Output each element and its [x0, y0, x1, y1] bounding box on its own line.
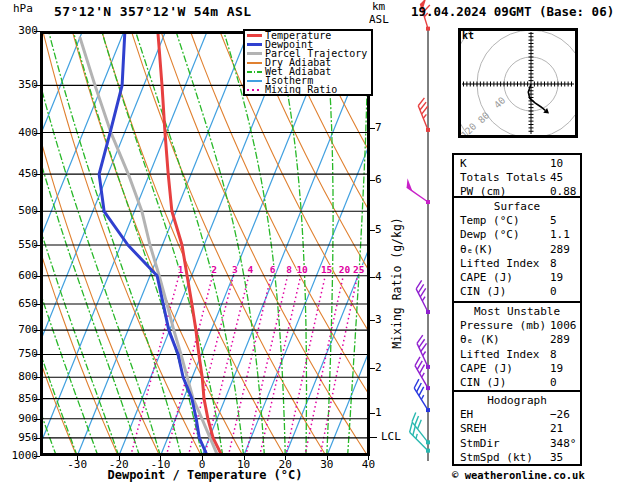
- pressure-tick: [34, 330, 40, 331]
- parcel-trajectory-curve: [80, 38, 218, 456]
- metrics-table-hodograph: HodographEH−26SREH21StmDir348°StmSpd (kt…: [452, 390, 582, 466]
- barb-station-dot: [426, 365, 430, 369]
- pressure-tick: [34, 245, 40, 246]
- km-tick-label: 5: [375, 224, 382, 235]
- metric-value: 8: [550, 348, 557, 362]
- mixing-ratio-value-label: 25: [353, 264, 365, 275]
- metric-row: Dewp (°C)1.1: [454, 228, 580, 242]
- mixing-ratio-value-label: 1: [178, 264, 184, 275]
- metric-label: SREH: [460, 422, 487, 435]
- barb-station-dot: [426, 310, 430, 314]
- pressure-tick: [34, 304, 40, 305]
- metric-label: Dewp (°C): [460, 228, 520, 241]
- barb-station-dot: [426, 408, 430, 412]
- temp-tick-label: 10: [226, 459, 262, 470]
- temp-tick-label: -20: [101, 459, 137, 470]
- barb-station-dot: [426, 200, 430, 204]
- metric-label: CAPE (J): [460, 362, 513, 375]
- barb-full: [412, 413, 416, 422]
- barb-station-dot: [426, 440, 430, 444]
- temp-tick: [119, 456, 120, 460]
- barb-half: [423, 352, 426, 356]
- temp-tick-label: 40: [350, 459, 386, 470]
- metric-value: 289: [550, 243, 570, 257]
- barb-full: [415, 357, 420, 366]
- barb-half: [422, 373, 424, 377]
- legend-swatch-thin: [247, 62, 262, 64]
- km-tick-label: 2: [375, 362, 382, 373]
- altitude-axis-unit-km: km: [372, 1, 385, 13]
- legend-swatch-thick: [247, 34, 262, 37]
- km-tick-label: LCL: [381, 431, 401, 442]
- temp-tick-label: 0: [184, 459, 220, 470]
- metric-label: K: [460, 157, 467, 170]
- metric-row: θₑ (K)289: [454, 333, 580, 347]
- barb-half: [416, 434, 417, 439]
- metric-label: Totals Totals: [460, 171, 546, 184]
- hodograph-ring-label: 80: [476, 109, 492, 125]
- km-tick-label: 1: [375, 407, 382, 418]
- barb-full: [420, 365, 425, 374]
- pressure-tick: [34, 377, 40, 378]
- dry-adiabat-line: [40, 31, 77, 456]
- skewt-sounding-page: 12346810152025 4080120 kt hPa 57°12'N 35…: [0, 0, 629, 486]
- legend: TemperatureDewpointParcel TrajectoryDry …: [243, 29, 373, 96]
- metric-label: θₑ (K): [460, 333, 500, 346]
- datetime-label: 19.04.2024 09GMT (Base: 06): [411, 5, 614, 19]
- pressure-tick: [34, 211, 40, 212]
- temp-tick: [244, 456, 245, 460]
- barb-full: [414, 379, 419, 388]
- temp-tick-label: -10: [142, 459, 178, 470]
- mixing-ratio-value-label: 4: [247, 264, 253, 275]
- metric-value: 19: [550, 271, 563, 285]
- km-tick-label: 3: [375, 314, 382, 325]
- metric-row: θₑ(K)289: [454, 243, 580, 257]
- pressure-tick: [34, 419, 40, 420]
- legend-swatch-thin: [247, 80, 262, 82]
- mixing-ratio-value-label: 15: [321, 264, 333, 275]
- metric-row: StmDir348°: [454, 437, 580, 451]
- barb-half: [422, 297, 425, 301]
- pressure-tick: [34, 438, 40, 439]
- temp-tick: [160, 456, 161, 460]
- pressure-tick: [34, 456, 40, 457]
- metric-value: 0: [550, 376, 557, 390]
- metric-row: K10: [454, 157, 580, 171]
- metrics-table-surface: SurfaceTemp (°C)5Dewp (°C)1.1θₑ(K)289Lif…: [452, 196, 582, 303]
- barb-station-dot: [426, 386, 430, 390]
- metric-label: CAPE (J): [460, 271, 513, 284]
- station-title: 57°12'N 357°12'W 54m ASL: [54, 5, 251, 19]
- metric-value: 35: [550, 451, 563, 465]
- pressure-tick: [34, 399, 40, 400]
- legend-swatch-thick: [247, 43, 262, 46]
- barb-full: [419, 387, 424, 396]
- km-tick-label: 7: [375, 122, 382, 133]
- isotherm-line: [40, 31, 124, 456]
- metric-value: −26: [550, 408, 570, 422]
- metric-row: EH−26: [454, 408, 580, 422]
- hodograph-ring-label: 40: [492, 94, 508, 110]
- metric-label: StmDir: [460, 437, 500, 450]
- pressure-tick: [34, 276, 40, 277]
- wind-barb: [410, 423, 430, 453]
- metric-row: Lifted Index8: [454, 257, 580, 271]
- km-tick-label: 6: [375, 174, 382, 185]
- metric-label: Lifted Index: [460, 257, 539, 270]
- legend-swatch-dotted: [247, 89, 262, 91]
- metric-label: CIN (J): [460, 376, 506, 389]
- metric-value: 10: [550, 157, 563, 171]
- temp-tick: [327, 456, 328, 460]
- mixing-ratio-value-label: 6: [270, 264, 276, 275]
- barb-station-dot: [426, 449, 430, 453]
- temp-tick: [285, 456, 286, 460]
- hodograph-unit-label: kt: [462, 30, 474, 41]
- barb-full: [417, 361, 422, 370]
- mixing-ratio-value-label: 3: [232, 264, 238, 275]
- metric-label: EH: [460, 408, 473, 421]
- temp-tick: [77, 456, 78, 460]
- metric-value: 8: [550, 257, 557, 271]
- barb-full: [417, 383, 422, 392]
- barb-full: [413, 426, 416, 436]
- mixing-ratio-value-label: 10: [296, 264, 308, 275]
- metric-value: 5: [550, 214, 557, 228]
